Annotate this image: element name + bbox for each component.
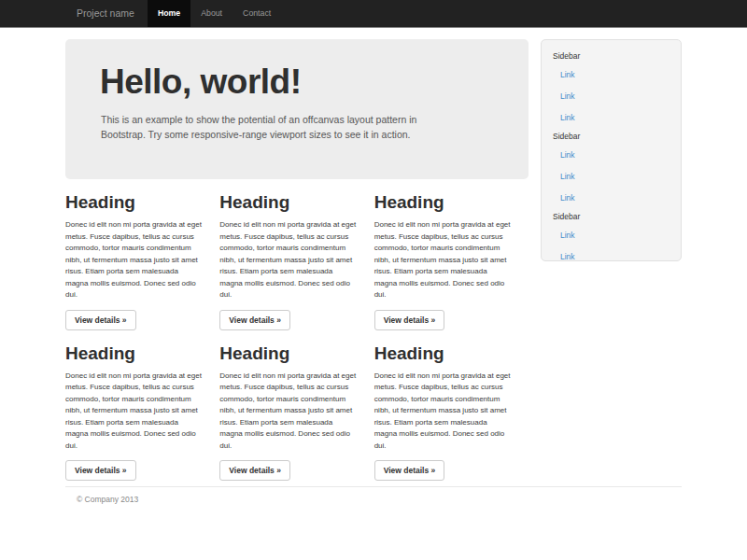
view-details-button[interactable]: View details » [65,460,136,481]
sidebar-header: Sidebar [542,128,681,144]
content-card: Heading Donec id elit non mi porta gravi… [219,330,364,482]
cards-row-2: Heading Donec id elit non mi porta gravi… [65,330,529,482]
main-row: Hello, world! This is an example to show… [65,39,682,481]
card-heading: Heading [219,343,364,364]
navbar-nav: Home About Contact [148,0,281,27]
jumbotron: Hello, world! This is an example to show… [65,39,529,179]
sidebar-link[interactable]: Link [542,106,681,128]
navbar-item[interactable]: About [190,0,233,27]
card-body-text: Donec id elit non mi porta gravida at eg… [65,371,210,453]
content-card: Heading Donec id elit non mi porta gravi… [374,179,519,330]
card-body-text: Donec id elit non mi porta gravida at eg… [219,371,364,453]
view-details-button[interactable]: View details » [374,460,445,481]
content-card: Heading Donec id elit non mi porta gravi… [65,179,210,330]
sidebar-link[interactable]: Link [542,144,681,165]
sidebar-link[interactable]: Link [542,85,681,106]
sidebar-header: Sidebar [542,208,681,224]
sidebar-link[interactable]: Link [542,224,681,245]
view-details-button[interactable]: View details » [219,460,290,481]
sidebar: Sidebar Link Link Link Sidebar Link Link… [541,39,682,261]
view-details-button[interactable]: View details » [65,310,136,330]
card-heading: Heading [374,343,519,364]
card-body-text: Donec id elit non mi porta gravida at eg… [374,219,519,301]
sidebar-link[interactable]: Link [542,165,681,187]
navbar-item[interactable]: Contact [233,0,281,27]
cards-row-1: Heading Donec id elit non mi porta gravi… [65,179,529,330]
content-card: Heading Donec id elit non mi porta gravi… [65,330,210,482]
navbar-item[interactable]: Home [148,0,190,27]
card-body-text: Donec id elit non mi porta gravida at eg… [65,219,210,301]
sidebar-link[interactable]: Link [542,187,681,208]
sidebar-link[interactable]: Link [542,245,681,261]
main-content: Hello, world! This is an example to show… [65,39,529,481]
view-details-button[interactable]: View details » [374,310,445,330]
jumbotron-title: Hello, world! [100,63,500,102]
card-body-text: Donec id elit non mi porta gravida at eg… [219,219,364,301]
copyright-text: © Company 2013 [77,495,670,504]
footer: © Company 2013 [65,486,682,513]
jumbotron-text: This is an example to show the potential… [101,112,500,143]
card-heading: Heading [374,192,519,213]
navbar-inner: Project name Home About Contact [56,0,691,27]
sidebar-header: Sidebar [542,48,681,63]
navbar: Project name Home About Contact [0,0,747,28]
content-card: Heading Donec id elit non mi porta gravi… [219,179,364,330]
view-details-button[interactable]: View details » [219,310,290,330]
page-container: Hello, world! This is an example to show… [56,28,691,513]
navbar-brand[interactable]: Project name [56,0,148,27]
card-heading: Heading [65,192,210,213]
sidebar-link[interactable]: Link [542,63,681,85]
card-body-text: Donec id elit non mi porta gravida at eg… [374,371,519,453]
card-heading: Heading [219,192,364,213]
content-card: Heading Donec id elit non mi porta gravi… [374,330,519,482]
card-heading: Heading [65,343,210,364]
